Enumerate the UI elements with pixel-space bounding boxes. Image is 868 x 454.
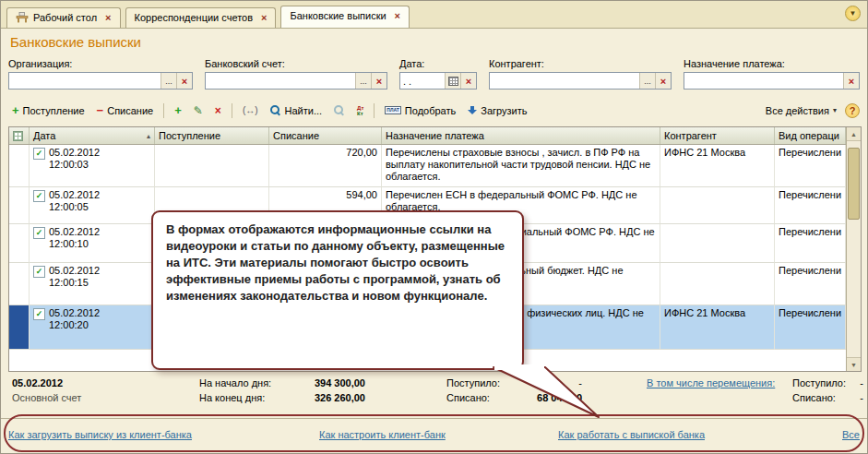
posting-button[interactable]: ДтКт <box>353 103 367 118</box>
operation-column-header[interactable]: Вид операци <box>775 127 846 144</box>
toolbar: + Поступление − Списание + ✎ × (↔) Найти… <box>8 100 860 121</box>
calendar-icon[interactable] <box>445 73 460 89</box>
link-all[interactable]: Все <box>842 429 860 440</box>
tab-label: Рабочий стол <box>33 12 97 23</box>
date-cell: ✓ 05.02.201212:00:10 <box>30 224 155 263</box>
tab-bar: Рабочий стол × Корреспонденции счетов × … <box>1 1 867 29</box>
expense-cell: 720,00 <box>269 145 382 187</box>
dtkt-icon: ДтКт <box>357 105 363 116</box>
expense-button[interactable]: − Списание <box>93 103 158 118</box>
find-button[interactable]: Найти... <box>267 103 327 118</box>
day-end-label: На конец дня: <box>199 392 265 403</box>
tab-bank-statements[interactable]: Банковские выписки × <box>280 6 410 28</box>
date-cell: ✓ 05.02.201212:00:05 <box>30 187 155 224</box>
operation-cell: Перечислени <box>775 145 846 187</box>
account-choose-button[interactable]: ... <box>355 73 371 89</box>
org-choose-button[interactable]: ... <box>161 73 176 89</box>
scrollbar-thumb[interactable] <box>848 148 860 220</box>
totals-panel: 05.02.2012 Основной счет На начало дня: … <box>1 374 867 416</box>
add-icon: + <box>174 106 182 115</box>
payment-list-icon: ПЛАТ <box>385 106 401 114</box>
vertical-scrollbar[interactable]: ▲ ▼ <box>846 127 861 371</box>
delete-button[interactable]: × <box>211 104 225 117</box>
scroll-up-icon[interactable]: ▲ <box>847 127 861 141</box>
transfers-link[interactable]: В том числе перемещения: <box>647 377 775 388</box>
expense-column-header[interactable]: Списание <box>269 127 382 144</box>
close-icon[interactable]: × <box>395 10 400 21</box>
posted-document-icon: ✓ <box>33 308 45 320</box>
plus-icon: + <box>12 106 19 115</box>
date-column-header[interactable]: Дата▴ <box>30 127 155 144</box>
grid-icon <box>13 131 23 141</box>
link-load-from-client-bank[interactable]: Как загрузить выписку из клиент-банка <box>8 429 192 440</box>
operation-cell: Перечислени <box>775 224 846 263</box>
add-button[interactable]: + <box>171 104 185 117</box>
counterparty-filter-input[interactable] <box>490 73 639 89</box>
purpose-column-header[interactable]: Назначение платежа <box>382 127 660 144</box>
posted-document-icon: ✓ <box>33 266 45 278</box>
purpose-filter-input[interactable] <box>684 73 843 89</box>
load-button[interactable]: Загрузить <box>464 103 530 118</box>
counterparty-cell <box>660 187 775 224</box>
app-window: { "colors": { "accent": "#cf7c00", "sele… <box>0 0 868 454</box>
help-links-bar: Как загрузить выписку из клиент-банка Ка… <box>1 418 867 454</box>
transfers-received-value: - <box>846 377 863 388</box>
counterparty-column-header[interactable]: Контрагент <box>660 127 775 144</box>
all-actions-button[interactable]: Все действия ▾ <box>762 103 840 118</box>
scroll-down-icon[interactable]: ▼ <box>847 357 861 371</box>
totals-date: 05.02.2012 <box>12 377 63 388</box>
counterparty-cell <box>660 263 775 305</box>
purpose-cell: Перечислены страховые взносы , зачисл. в… <box>382 145 660 187</box>
separator <box>374 103 375 118</box>
clear-search-button[interactable] <box>330 103 349 118</box>
date-filter-input[interactable] <box>400 73 445 89</box>
posted-document-icon: ✓ <box>33 148 45 160</box>
arrows-icon: (↔) <box>243 105 258 115</box>
counterparty-choose-button[interactable]: ... <box>639 73 655 89</box>
posted-document-icon: ✓ <box>33 227 45 239</box>
delete-icon: × <box>215 106 221 115</box>
transfers-written-off-label: Списано: <box>792 392 836 403</box>
page-title: Банковские выписки <box>10 34 141 50</box>
close-icon[interactable]: × <box>261 12 267 23</box>
account-filter-label: Банковский счет: <box>205 58 387 69</box>
pick-button[interactable]: ПЛАТ Подобрать <box>381 103 459 118</box>
row-marker <box>9 305 30 350</box>
counterparty-cell: ИФНС 21 Москва <box>660 145 775 187</box>
date-clear-icon[interactable]: × <box>460 73 476 89</box>
purpose-clear-icon[interactable]: × <box>843 73 859 89</box>
settings-column-header[interactable] <box>9 127 30 144</box>
link-setup-client-bank[interactable]: Как настроить клиент-банк <box>319 429 446 440</box>
counterparty-cell <box>660 224 775 263</box>
restore-position-button[interactable]: (↔) <box>239 103 262 117</box>
tab-overflow-button[interactable]: ▼ <box>845 6 861 21</box>
org-clear-icon[interactable]: × <box>176 73 192 89</box>
org-filter-input[interactable] <box>9 73 161 89</box>
separator <box>163 103 164 118</box>
counterparty-clear-icon[interactable]: × <box>655 73 671 89</box>
tutorial-callout: В формах отображаются информационные ссы… <box>151 210 524 370</box>
tab-correspondence[interactable]: Корреспонденции счетов × <box>125 7 277 28</box>
help-button[interactable]: ? <box>845 103 860 118</box>
income-cell <box>155 145 269 187</box>
income-button[interactable]: + Поступление <box>8 103 89 118</box>
received-value: - <box>513 377 582 388</box>
table-row[interactable]: ✓ 05.02.201212:00:03 720,00 Перечислены … <box>9 145 846 187</box>
row-marker <box>9 187 30 224</box>
account-clear-icon[interactable]: × <box>371 73 386 89</box>
income-column-header[interactable]: Поступление <box>155 127 269 144</box>
date-cell: ✓ 05.02.201212:00:03 <box>30 145 155 187</box>
day-start-value: 394 300,00 <box>273 377 365 388</box>
written-off-value: 68 040,00 <box>490 392 582 403</box>
link-work-with-statement[interactable]: Как работать с выпиской банка <box>558 429 705 440</box>
account-filter-input[interactable] <box>206 73 355 89</box>
written-off-label: Списано: <box>446 392 490 403</box>
edit-button[interactable]: ✎ <box>190 104 207 117</box>
close-icon[interactable]: × <box>105 12 111 23</box>
counterparty-filter-label: Контрагент: <box>489 58 672 69</box>
tab-desktop[interactable]: Рабочий стол × <box>6 7 121 28</box>
row-marker <box>9 263 30 305</box>
posted-document-icon: ✓ <box>33 190 45 202</box>
date-cell: ✓ 05.02.201212:00:15 <box>30 263 155 305</box>
filter-panel: Организация: ... × Банковский счет: ... … <box>8 58 860 90</box>
